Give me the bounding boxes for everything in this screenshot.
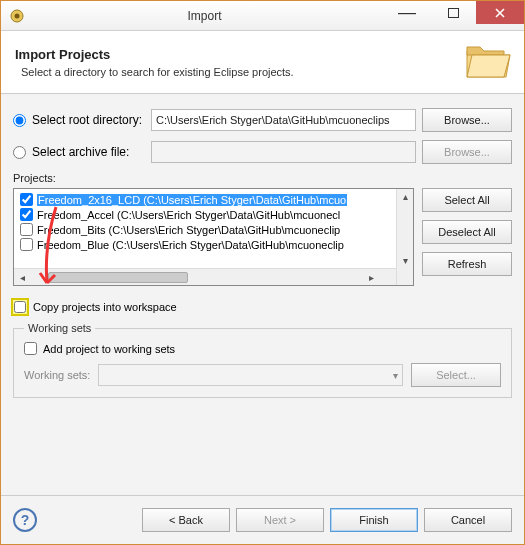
list-item-checkbox[interactable]: [20, 238, 33, 251]
select-working-sets-button: Select...: [411, 363, 501, 387]
refresh-button[interactable]: Refresh: [422, 252, 512, 276]
page-title: Import Projects: [15, 47, 464, 62]
list-item[interactable]: Freedom_Blue (C:\Users\Erich Styger\Data…: [14, 237, 413, 252]
svg-point-1: [15, 13, 20, 18]
browse-archive-button: Browse...: [422, 140, 512, 164]
add-to-working-sets-checkbox[interactable]: [24, 342, 37, 355]
maximize-button[interactable]: [430, 1, 476, 24]
minimize-button[interactable]: —: [384, 1, 430, 24]
projects-listbox[interactable]: Freedom_2x16_LCD (C:\Users\Erich Styger\…: [13, 188, 414, 286]
working-sets-group: Working sets Add project to working sets…: [13, 322, 512, 398]
wizard-footer: ? < Back Next > Finish Cancel: [1, 495, 524, 544]
next-button: Next >: [236, 508, 324, 532]
content-area: Select root directory: Browse... Select …: [1, 94, 524, 495]
list-item-checkbox[interactable]: [20, 223, 33, 236]
chevron-down-icon: ▾: [393, 370, 398, 381]
list-item-label: Freedom_Bits (C:\Users\Erich Styger\Data…: [37, 224, 340, 236]
browse-root-button[interactable]: Browse...: [422, 108, 512, 132]
root-directory-field[interactable]: [151, 109, 416, 131]
archive-file-radio[interactable]: Select archive file:: [13, 145, 145, 159]
window-title: Import: [25, 9, 384, 23]
list-item-checkbox[interactable]: [20, 208, 33, 221]
list-item-checkbox[interactable]: [20, 193, 33, 206]
copy-projects-checkbox[interactable]: [13, 300, 27, 314]
projects-label: Projects:: [13, 172, 512, 184]
select-all-button[interactable]: Select All: [422, 188, 512, 212]
folder-open-icon: [464, 41, 512, 83]
add-to-working-sets-label: Add project to working sets: [43, 343, 175, 355]
scrollbar-horizontal[interactable]: ◂ ▸: [14, 268, 396, 285]
list-item-label: Freedom_2x16_LCD (C:\Users\Erich Styger\…: [37, 194, 347, 206]
archive-file-field: [151, 141, 416, 163]
scroll-thumb[interactable]: [48, 272, 188, 283]
help-button[interactable]: ?: [13, 508, 37, 532]
scroll-left-icon[interactable]: ◂: [14, 270, 30, 285]
deselect-all-button[interactable]: Deselect All: [422, 220, 512, 244]
working-sets-legend: Working sets: [24, 322, 95, 334]
title-bar: Import —: [1, 1, 524, 31]
close-button[interactable]: [476, 1, 524, 24]
list-item[interactable]: Freedom_Accel (C:\Users\Erich Styger\Dat…: [14, 207, 413, 222]
app-icon: [9, 8, 25, 24]
working-sets-combo: ▾: [98, 364, 403, 386]
list-item-label: Freedom_Blue (C:\Users\Erich Styger\Data…: [37, 239, 344, 251]
wizard-header: Import Projects Select a directory to se…: [1, 31, 524, 94]
cancel-button[interactable]: Cancel: [424, 508, 512, 532]
scroll-down-icon[interactable]: ▾: [397, 253, 413, 268]
scroll-up-icon[interactable]: ▴: [397, 189, 413, 204]
copy-projects-label: Copy projects into workspace: [33, 301, 177, 313]
back-button[interactable]: < Back: [142, 508, 230, 532]
finish-button[interactable]: Finish: [330, 508, 418, 532]
list-item[interactable]: Freedom_2x16_LCD (C:\Users\Erich Styger\…: [14, 192, 413, 207]
svg-rect-2: [448, 8, 458, 17]
page-subtitle: Select a directory to search for existin…: [21, 66, 464, 78]
scroll-right-icon[interactable]: ▸: [363, 270, 379, 285]
list-item[interactable]: Freedom_Bits (C:\Users\Erich Styger\Data…: [14, 222, 413, 237]
list-item-label: Freedom_Accel (C:\Users\Erich Styger\Dat…: [37, 209, 340, 221]
working-sets-combo-label: Working sets:: [24, 369, 90, 381]
root-directory-radio[interactable]: Select root directory:: [13, 113, 145, 127]
scrollbar-vertical[interactable]: ▴ ▾: [396, 189, 413, 285]
